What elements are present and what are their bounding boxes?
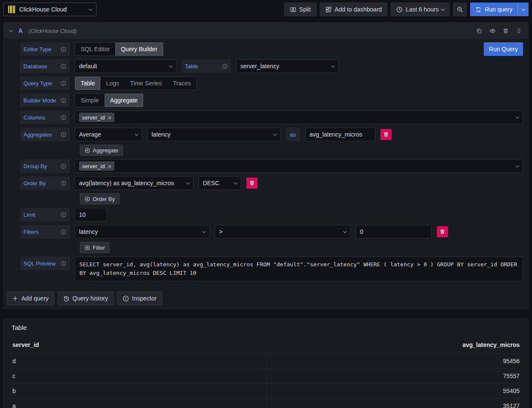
field-label-builder-mode: Builder Mode bbox=[20, 93, 70, 107]
chevron-down-icon bbox=[516, 115, 519, 118]
limit-input[interactable] bbox=[75, 208, 107, 221]
chevron-down-icon bbox=[89, 7, 92, 10]
field-label-editor-type: Editor Type bbox=[20, 42, 70, 56]
editor-type-toggle: SQL Editor Query Builder bbox=[75, 42, 164, 56]
columns-multiselect[interactable]: server_id × bbox=[75, 111, 523, 124]
info-icon[interactable] bbox=[222, 64, 228, 69]
selected-column-tag: server_id × bbox=[79, 113, 114, 122]
filter-column-select[interactable]: latency bbox=[75, 225, 210, 239]
remove-tag-icon[interactable]: × bbox=[108, 163, 111, 169]
inspector-button[interactable]: Inspector bbox=[117, 291, 162, 305]
query-type-toggle: Table Logs Time Series Traces bbox=[75, 76, 197, 90]
add-query-button[interactable]: Add query bbox=[6, 291, 54, 305]
remove-filter-button[interactable] bbox=[437, 226, 448, 237]
cell-server-id: b bbox=[9, 384, 266, 399]
zoom-out-time-button[interactable] bbox=[453, 3, 467, 16]
info-icon[interactable] bbox=[61, 212, 66, 218]
datasource-picker[interactable]: ClickHouse Cloud bbox=[3, 3, 96, 16]
add-order-by-button[interactable]: Order By bbox=[80, 193, 120, 204]
builder-mode-option-simple[interactable]: Simple bbox=[75, 94, 105, 107]
order-by-direction-select[interactable]: DESC bbox=[199, 176, 241, 190]
aggregate-column-select[interactable]: latency bbox=[147, 128, 281, 141]
query-type-option-traces[interactable]: Traces bbox=[167, 77, 196, 90]
row-add-filter: Filter bbox=[20, 242, 523, 253]
run-query-split-button: Run query bbox=[470, 3, 529, 16]
plus-circle-icon bbox=[85, 196, 90, 202]
toggle-visibility-icon[interactable] bbox=[489, 28, 496, 34]
explore-footer-actions: Add query Query history Inspector bbox=[4, 286, 528, 309]
aggregate-function-select[interactable]: Average bbox=[75, 128, 142, 141]
query-type-option-timeseries[interactable]: Time Series bbox=[125, 77, 167, 90]
plus-icon bbox=[12, 295, 18, 302]
run-query-dropdown-button[interactable] bbox=[517, 3, 529, 16]
as-label: as bbox=[286, 128, 300, 141]
row-query-type: Query Type Table Logs Time Series Traces bbox=[20, 76, 523, 90]
field-label-limit: Limit bbox=[20, 208, 70, 221]
time-range-picker[interactable]: Last 6 hours bbox=[391, 3, 450, 16]
query-row-actions bbox=[476, 28, 522, 34]
add-to-dashboard-button[interactable]: Add to dashboard bbox=[320, 3, 388, 16]
split-button[interactable]: Split bbox=[284, 3, 316, 16]
cell-avg-latency: 35127 bbox=[266, 399, 523, 408]
query-type-option-logs[interactable]: Logs bbox=[100, 77, 124, 90]
chevron-down-icon bbox=[202, 229, 206, 233]
table-header-row: server_id avg_latency_micros bbox=[9, 338, 523, 354]
table-row: b 55405 bbox=[9, 384, 523, 399]
filter-value-input[interactable] bbox=[356, 225, 432, 239]
info-icon[interactable] bbox=[61, 181, 66, 186]
run-query-button[interactable]: Run query bbox=[470, 3, 517, 16]
query-row-header: A (ClickHouse Cloud) bbox=[4, 23, 528, 39]
chevron-down-icon bbox=[331, 64, 335, 67]
database-select[interactable]: default bbox=[75, 59, 176, 73]
table-select[interactable]: server_latency bbox=[236, 59, 339, 73]
collapse-toggle-icon[interactable] bbox=[9, 28, 13, 32]
remove-aggregate-button[interactable] bbox=[380, 129, 392, 140]
info-icon[interactable] bbox=[61, 261, 66, 266]
info-icon[interactable] bbox=[61, 163, 66, 169]
drag-handle-icon[interactable] bbox=[516, 28, 522, 34]
cell-avg-latency: 75557 bbox=[266, 369, 523, 384]
panel-title: Table bbox=[12, 324, 523, 331]
info-icon[interactable] bbox=[61, 64, 66, 69]
add-aggregate-button[interactable]: Aggregate bbox=[80, 145, 123, 156]
info-icon[interactable] bbox=[61, 115, 66, 120]
group-by-tag: server_id × bbox=[79, 161, 114, 171]
delete-query-icon[interactable] bbox=[503, 28, 509, 34]
query-editor-panel: A (ClickHouse Cloud) Editor Type SQL Edi… bbox=[3, 22, 529, 309]
info-icon[interactable] bbox=[61, 229, 66, 235]
aggregate-alias-input[interactable] bbox=[305, 128, 375, 141]
remove-order-by-button[interactable] bbox=[246, 178, 257, 189]
query-history-button[interactable]: Query history bbox=[58, 291, 114, 305]
info-icon[interactable] bbox=[61, 132, 66, 137]
info-icon[interactable] bbox=[61, 81, 66, 86]
chevron-down-icon bbox=[343, 229, 347, 233]
cell-avg-latency: 55405 bbox=[266, 384, 523, 399]
run-query-button-editor[interactable]: Run Query bbox=[484, 42, 523, 56]
column-header-avg-latency-micros[interactable]: avg_latency_micros bbox=[266, 338, 523, 354]
order-by-field-select[interactable]: avg(latency) as avg_latency_micros bbox=[75, 176, 193, 190]
plus-circle-icon bbox=[85, 245, 90, 251]
info-circle-icon bbox=[123, 295, 129, 302]
chevron-down-icon bbox=[516, 163, 519, 167]
info-icon[interactable] bbox=[61, 98, 66, 103]
sync-icon bbox=[475, 6, 482, 13]
column-header-server-id[interactable]: server_id bbox=[9, 338, 266, 354]
zoom-out-icon bbox=[457, 6, 463, 13]
query-ref-id[interactable]: A bbox=[18, 27, 23, 34]
filter-operator-select[interactable]: > bbox=[215, 225, 351, 239]
clickhouse-logo-icon bbox=[8, 6, 16, 13]
remove-tag-icon[interactable]: × bbox=[108, 114, 111, 121]
group-by-multiselect[interactable]: server_id × bbox=[75, 159, 523, 173]
chevron-down-icon bbox=[273, 132, 277, 135]
duplicate-query-icon[interactable] bbox=[476, 28, 482, 34]
info-icon[interactable] bbox=[61, 47, 66, 52]
query-type-option-table[interactable]: Table bbox=[75, 77, 100, 90]
trash-icon bbox=[249, 180, 255, 186]
field-label-query-type: Query Type bbox=[20, 76, 70, 90]
field-label-aggregates: Aggregates bbox=[20, 128, 70, 141]
builder-mode-option-aggregate[interactable]: Aggregate bbox=[105, 94, 143, 107]
sql-preview-text: SELECT server_id, avg(latency) as avg_la… bbox=[75, 256, 523, 281]
editor-type-option-builder[interactable]: Query Builder bbox=[115, 43, 163, 55]
add-filter-button[interactable]: Filter bbox=[80, 242, 110, 253]
editor-type-option-sql[interactable]: SQL Editor bbox=[75, 43, 115, 55]
